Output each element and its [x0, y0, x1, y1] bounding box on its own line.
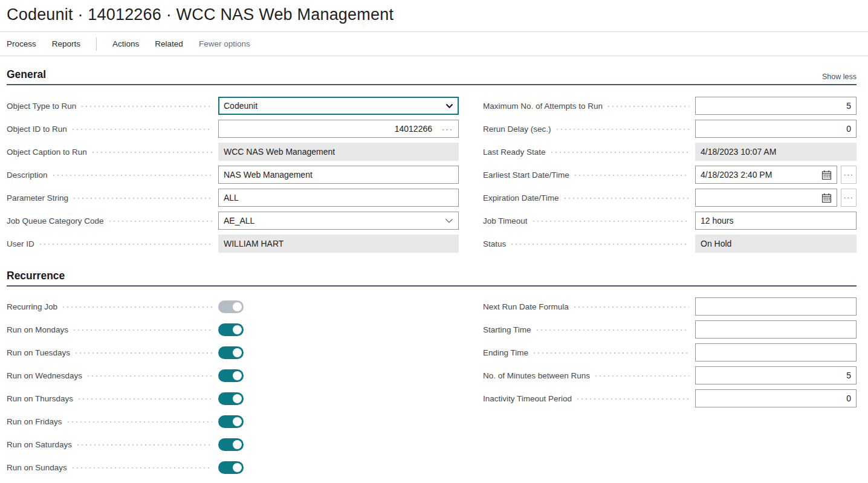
- menu-process[interactable]: Process: [7, 39, 36, 48]
- description-field[interactable]: NAS Web Management: [218, 166, 459, 184]
- dotted-leader: [76, 352, 212, 354]
- menu-fewer-options[interactable]: Fewer options: [199, 39, 250, 48]
- last-ready-state-field: 4/18/2023 10:07 AM: [695, 143, 857, 161]
- field-label: Object Caption to Run: [7, 147, 87, 157]
- expiration-assist-button[interactable]: ···: [841, 189, 857, 207]
- dotted-leader: [74, 329, 212, 331]
- chevron-down-icon: [445, 218, 453, 224]
- field-label: Expiration Date/Time: [483, 193, 559, 203]
- dotted-leader: [74, 198, 212, 199]
- field-label: No. of Minutes between Runs: [483, 371, 590, 380]
- field-row: Object Type to Run Codeunit: [7, 97, 459, 115]
- dotted-leader: [557, 129, 689, 130]
- job-queue-category-code-select[interactable]: AE_ALL: [218, 212, 459, 230]
- parameter-string-field[interactable]: ALL: [218, 189, 459, 207]
- next-run-date-formula-field[interactable]: [695, 297, 857, 316]
- object-type-to-run-select[interactable]: Codeunit: [218, 97, 459, 115]
- field-label: Recurring Job: [7, 302, 57, 311]
- calendar-icon[interactable]: [821, 193, 832, 203]
- run-on-wednesdays-toggle[interactable]: [218, 369, 244, 382]
- field-value: 0: [846, 124, 851, 134]
- field-row: Ending Time: [483, 343, 857, 361]
- field-label: Job Timeout: [483, 216, 528, 225]
- inactivity-timeout-field[interactable]: 0: [695, 389, 857, 407]
- ending-time-field[interactable]: [695, 343, 857, 361]
- dotted-leader: [537, 329, 689, 331]
- dotted-leader: [63, 306, 212, 308]
- field-value: 4/18/2023 10:07 AM: [701, 147, 776, 157]
- dotted-leader: [608, 106, 689, 107]
- field-label: Run on Sundays: [7, 463, 67, 472]
- object-id-to-run-field[interactable]: 14012266 ···: [218, 120, 459, 138]
- field-label: Inactivity Timeout Period: [483, 394, 572, 403]
- field-label: Job Queue Category Code: [7, 216, 104, 225]
- chevron-down-icon: [445, 103, 453, 109]
- field-value: ALL: [224, 193, 239, 203]
- toggle-row: Run on Fridays: [7, 412, 459, 430]
- section-title-general: General: [7, 68, 46, 81]
- menu-actions[interactable]: Actions: [112, 39, 139, 48]
- field-label: Maximum No. of Attempts to Run: [483, 102, 603, 111]
- calendar-icon[interactable]: [821, 170, 832, 180]
- run-on-tuesdays-toggle[interactable]: [218, 346, 244, 359]
- field-row: Object ID to Run 14012266 ···: [7, 120, 459, 138]
- dotted-leader: [565, 198, 689, 199]
- earliest-start-datetime-field[interactable]: 4/18/2023 2:40 PM: [695, 166, 837, 184]
- general-section: General Show less Object Type to Run Cod…: [0, 66, 868, 258]
- toggle-row: Run on Mondays: [7, 320, 459, 339]
- earliest-start-assist-button[interactable]: ···: [841, 166, 857, 184]
- field-label: Starting Time: [483, 325, 531, 334]
- field-label: Run on Mondays: [7, 325, 68, 334]
- section-rule: [7, 285, 857, 287]
- field-row: Last Ready State 4/18/2023 10:07 AM: [483, 143, 857, 161]
- minutes-between-runs-field[interactable]: 5: [695, 366, 857, 384]
- field-label: Run on Fridays: [7, 417, 62, 426]
- action-bar: Process Reports Actions Related Fewer op…: [0, 32, 868, 56]
- field-label: Run on Saturdays: [7, 440, 72, 449]
- user-id-field: WILLIAM HART: [218, 235, 459, 253]
- menu-reports[interactable]: Reports: [52, 39, 80, 48]
- expiration-datetime-field[interactable]: [695, 189, 837, 207]
- field-label: Run on Thursdays: [7, 394, 73, 403]
- field-value: 14012266: [395, 124, 432, 134]
- field-row: No. of Minutes between Runs 5: [483, 366, 857, 384]
- job-timeout-field[interactable]: 12 hours: [695, 212, 857, 230]
- dotted-leader: [534, 352, 689, 354]
- max-attempts-field[interactable]: 5: [695, 97, 857, 115]
- assist-edit-icon[interactable]: ···: [437, 125, 453, 134]
- run-on-fridays-toggle[interactable]: [218, 415, 244, 428]
- field-row: User ID WILLIAM HART: [7, 235, 459, 253]
- show-less-link[interactable]: Show less: [822, 73, 857, 81]
- dotted-leader: [109, 221, 212, 222]
- dotted-leader: [77, 444, 212, 446]
- toggle-row: Run on Sundays: [7, 458, 459, 476]
- dotted-leader: [79, 398, 212, 400]
- rerun-delay-field[interactable]: 0: [695, 120, 857, 138]
- run-on-saturdays-toggle[interactable]: [218, 438, 244, 451]
- toggle-row: Run on Tuesdays: [7, 343, 459, 361]
- field-label: Last Ready State: [483, 147, 546, 157]
- field-row: Status On Hold: [483, 235, 857, 253]
- starting-time-field[interactable]: [695, 320, 857, 339]
- field-label: Earliest Start Date/Time: [483, 170, 569, 180]
- run-on-mondays-toggle[interactable]: [218, 323, 244, 336]
- field-value: 12 hours: [701, 216, 733, 225]
- dotted-leader: [53, 175, 212, 176]
- object-caption-to-run-field: WCC NAS Web Management: [218, 143, 459, 161]
- menu-divider: [96, 37, 97, 51]
- run-on-sundays-toggle[interactable]: [218, 461, 244, 474]
- menu-related[interactable]: Related: [155, 39, 183, 48]
- field-row: Expiration Date/Time: [483, 189, 857, 207]
- run-on-thursdays-toggle[interactable]: [218, 392, 244, 405]
- field-label: User ID: [7, 239, 34, 248]
- dotted-leader: [533, 221, 689, 222]
- field-row: Earliest Start Date/Time 4/18/2023 2:40 …: [483, 166, 857, 184]
- field-value: 5: [846, 371, 851, 380]
- field-value: 0: [846, 394, 851, 403]
- divider: [0, 56, 868, 56]
- field-label: Parameter String: [7, 193, 68, 203]
- status-field: On Hold: [695, 235, 857, 253]
- field-label: Next Run Date Formula: [483, 302, 569, 311]
- dotted-leader: [551, 152, 689, 153]
- job-queue-entry-card: Codeunit · 14012266 · WCC NAS Web Manage…: [0, 0, 868, 483]
